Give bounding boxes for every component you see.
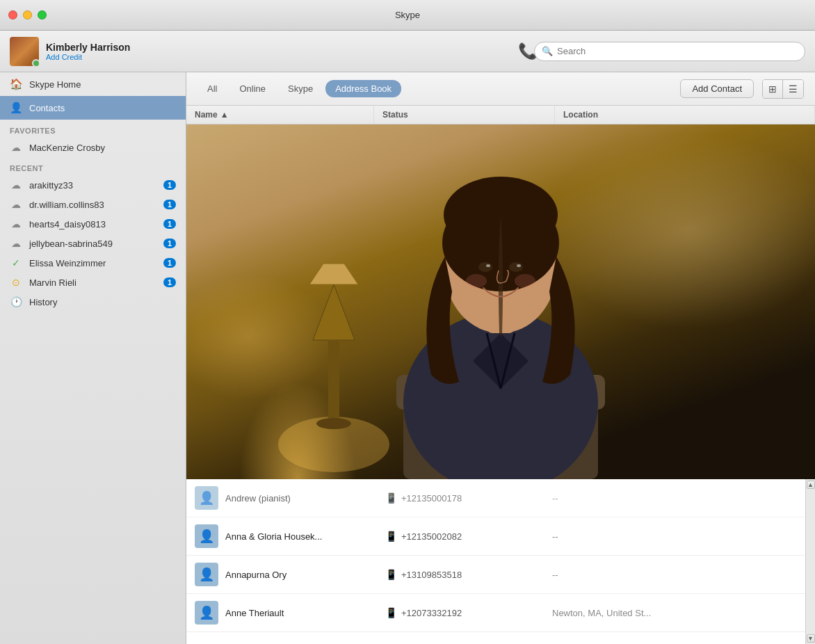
phone-icon: 📱 bbox=[385, 492, 397, 504]
history-item[interactable]: 🕐 History bbox=[0, 292, 186, 312]
contact-name: Elissa Weinzimmer bbox=[29, 258, 106, 268]
minimize-button[interactable] bbox=[23, 10, 32, 19]
table-header: Name ▲ Status Location bbox=[186, 106, 815, 124]
status-dot bbox=[32, 59, 39, 66]
contact-jellybean-sabrina[interactable]: ☁ jellybean-sabrina549 1 bbox=[0, 234, 186, 253]
col-header-name[interactable]: Name ▲ bbox=[186, 106, 374, 124]
unread-badge: 1 bbox=[163, 180, 176, 190]
contact-marvin-rieli[interactable]: ⊙ Marvin Rieli 1 bbox=[0, 273, 186, 292]
user-info: Kimberly Harrison Add Credit bbox=[46, 42, 130, 61]
search-icon: 🔍 bbox=[542, 46, 553, 56]
svg-marker-1 bbox=[313, 284, 355, 340]
contact-name: MacKenzie Crosby bbox=[29, 143, 105, 153]
sidebar-item-home[interactable]: 🏠 Skype Home bbox=[0, 72, 186, 96]
contacts-icon: 👤 bbox=[10, 102, 22, 114]
history-label: History bbox=[29, 297, 57, 307]
sidebar: 🏠 Skype Home 👤 Contacts FAVORITES ☁ MacK… bbox=[0, 72, 186, 644]
contact-status-icon: ☁ bbox=[10, 218, 22, 230]
contact-row-name: Andrew (pianist) bbox=[225, 493, 378, 504]
contact-row-name: Annapurna Ory bbox=[225, 570, 378, 580]
contact-avatar: 👤 bbox=[195, 601, 218, 625]
app-title: Skype bbox=[395, 10, 420, 20]
avatar bbox=[10, 37, 39, 66]
history-icon: 🕐 bbox=[10, 296, 22, 307]
contact-row-status: 📱 +13109853518 bbox=[385, 569, 545, 580]
table-row[interactable]: 👤 Annapurna Ory 📱 +13109853518 -- bbox=[186, 556, 805, 594]
scroll-down-arrow[interactable]: ▼ bbox=[807, 634, 815, 643]
search-input[interactable] bbox=[557, 46, 798, 56]
contact-status-icon: ☁ bbox=[10, 179, 22, 191]
svg-point-4 bbox=[316, 418, 351, 429]
contact-avatar: 👤 bbox=[195, 524, 218, 548]
table-row[interactable]: 👤 Anna & Gloria Housek... 📱 +12135002082… bbox=[186, 517, 805, 556]
tab-skype[interactable]: Skype bbox=[278, 80, 323, 97]
user-name: Kimberly Harrison bbox=[46, 42, 130, 53]
contact-avatar: 👤 bbox=[195, 563, 218, 586]
sidebar-item-contacts-label: Contacts bbox=[29, 103, 65, 113]
table-row[interactable]: 👤 Andrew (pianist) 📱 +12135000178 -- bbox=[186, 479, 805, 517]
col-header-location[interactable]: Location bbox=[555, 106, 815, 124]
contact-row-location: -- bbox=[552, 570, 797, 580]
contact-status-icon: ☁ bbox=[10, 199, 22, 210]
home-icon: 🏠 bbox=[10, 78, 22, 90]
traffic-lights bbox=[8, 10, 47, 19]
list-view-button[interactable]: ☰ bbox=[783, 80, 803, 98]
contact-name: Marvin Rieli bbox=[29, 277, 76, 288]
sidebar-item-contacts[interactable]: 👤 Contacts bbox=[0, 96, 186, 120]
tab-online[interactable]: Online bbox=[229, 80, 275, 97]
content-area: All Online Skype Address Book Add Contac… bbox=[186, 72, 815, 644]
contact-avatar: 👤 bbox=[195, 486, 218, 510]
titlebar: Skype bbox=[0, 0, 815, 31]
contact-mackenzie-crosby[interactable]: ☁ MacKenzie Crosby bbox=[0, 138, 186, 157]
contact-row-name: Anna & Gloria Housek... bbox=[225, 531, 378, 542]
close-button[interactable] bbox=[8, 10, 17, 19]
recent-section-label: RECENT bbox=[0, 157, 186, 175]
grid-view-button[interactable]: ⊞ bbox=[763, 80, 783, 98]
video-call-area bbox=[186, 124, 815, 479]
col-header-status[interactable]: Status bbox=[374, 106, 555, 124]
tab-addressbook[interactable]: Address Book bbox=[325, 80, 401, 97]
add-contact-button[interactable]: Add Contact bbox=[680, 79, 754, 98]
contacts-panel: 👤 Andrew (pianist) 📱 +12135000178 -- 👤 A… bbox=[186, 479, 815, 644]
unread-badge: 1 bbox=[163, 219, 176, 229]
contact-arakittyz33[interactable]: ☁ arakittyz33 1 bbox=[0, 175, 186, 195]
svg-point-17 bbox=[486, 264, 490, 267]
contact-list: 👤 Andrew (pianist) 📱 +12135000178 -- 👤 A… bbox=[186, 479, 805, 644]
contact-row-location: -- bbox=[552, 531, 797, 542]
contact-status-icon: ☁ bbox=[10, 142, 22, 153]
sidebar-item-home-label: Skype Home bbox=[29, 79, 81, 90]
tab-bar: All Online Skype Address Book Add Contac… bbox=[186, 72, 815, 106]
svg-point-16 bbox=[509, 262, 523, 272]
svg-point-19 bbox=[466, 274, 487, 288]
table-row[interactable]: 👤 Anne Theriault 📱 +12073332192 Newton, … bbox=[186, 594, 805, 632]
unread-badge: 1 bbox=[163, 239, 176, 248]
contact-elissa-weinzimmer[interactable]: ✓ Elissa Weinzimmer 1 bbox=[0, 253, 186, 273]
phone-icon: 📱 bbox=[385, 531, 397, 542]
main-layout: 🏠 Skype Home 👤 Contacts FAVORITES ☁ MacK… bbox=[0, 72, 815, 644]
svg-point-20 bbox=[515, 274, 535, 288]
contact-dr-william[interactable]: ☁ dr.william.collins83 1 bbox=[0, 195, 186, 214]
phone-icon: 📱 bbox=[385, 569, 397, 580]
scrollbar: ▲ ▼ bbox=[805, 479, 815, 644]
search-bar[interactable]: 🔍 bbox=[534, 42, 805, 61]
svg-marker-2 bbox=[309, 264, 358, 284]
contact-status-icon: ☁ bbox=[10, 238, 22, 249]
contact-row-name: Anne Theriault bbox=[225, 608, 378, 618]
svg-point-15 bbox=[478, 262, 492, 272]
person-svg bbox=[186, 124, 815, 479]
tab-all[interactable]: All bbox=[197, 80, 227, 97]
view-toggle: ⊞ ☰ bbox=[762, 79, 804, 99]
contact-name: jellybean-sabrina549 bbox=[29, 239, 113, 249]
contact-name: hearts4_daisy0813 bbox=[29, 219, 106, 230]
userbar: Kimberly Harrison Add Credit 📞 🔍 bbox=[0, 31, 815, 72]
contact-name: dr.william.collins83 bbox=[29, 200, 104, 210]
scroll-up-arrow[interactable]: ▲ bbox=[807, 481, 815, 489]
contact-row-status: 📱 +12135000178 bbox=[385, 492, 545, 504]
add-credit-link[interactable]: Add Credit bbox=[46, 53, 130, 61]
contact-status-icon: ✓ bbox=[10, 257, 22, 268]
maximize-button[interactable] bbox=[38, 10, 47, 19]
contact-hearts4-daisy[interactable]: ☁ hearts4_daisy0813 1 bbox=[0, 214, 186, 234]
contact-status-icon: ⊙ bbox=[10, 277, 22, 288]
unread-badge: 1 bbox=[163, 200, 176, 209]
contact-row-status: 📱 +12135002082 bbox=[385, 531, 545, 542]
